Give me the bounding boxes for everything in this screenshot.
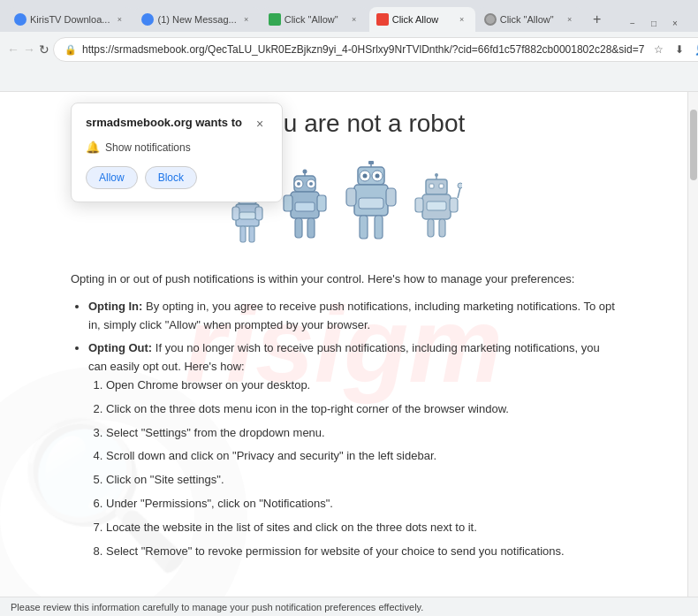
svg-rect-10 [239, 212, 255, 219]
bullet-2-text: If you no longer wish to receive push no… [88, 341, 600, 373]
profile-icon[interactable]: 👤 [692, 41, 698, 58]
robot-2 [278, 169, 331, 253]
popup-buttons: Allow Block [86, 166, 268, 189]
popup-permission-text: Show notifications [105, 141, 191, 154]
close-button[interactable]: × [666, 14, 684, 32]
tab-5-close[interactable]: × [564, 13, 576, 26]
bullet-1-text: By opting in, you agree to receive push … [88, 300, 615, 331]
tab-5[interactable]: Click "Allow" × [477, 7, 583, 32]
maximize-button[interactable]: □ [645, 14, 663, 32]
svg-rect-47 [427, 202, 446, 210]
svg-rect-41 [428, 219, 434, 237]
tab-4-close[interactable]: × [456, 13, 468, 26]
forward-button[interactable]: → [23, 38, 35, 61]
bullet-list: Opting In: By opting in, you agree to re… [88, 298, 617, 561]
bullet-2: Opting Out: If you no longer wish to rec… [88, 339, 617, 560]
notification-popup: srmadsmebook.org wants to × 🔔 Show notif… [71, 103, 283, 202]
tab-3-close[interactable]: × [348, 13, 360, 26]
content-text: Opting in or out of push notifications i… [71, 270, 617, 560]
content-area: 🔍 risigm srmadsmebook.org wants to × 🔔 S… [0, 92, 698, 597]
step-4: Scroll down and click on "Privacy and se… [106, 447, 617, 466]
bullet-1-term: Opting In: [88, 300, 142, 313]
svg-rect-35 [368, 161, 374, 164]
tab-1-close[interactable]: × [113, 13, 125, 26]
status-text: Please review this information carefully… [11, 602, 423, 612]
download-icon[interactable]: ⬇ [671, 41, 688, 58]
tab-4-favicon [376, 13, 389, 26]
svg-line-48 [458, 187, 460, 198]
robot-4 [411, 173, 462, 253]
robot-3 [340, 160, 402, 253]
svg-rect-23 [295, 202, 315, 211]
svg-rect-16 [307, 218, 315, 238]
svg-rect-15 [295, 218, 302, 238]
svg-point-33 [376, 174, 380, 179]
step-3: Select "Settings" from the dropdown menu… [106, 424, 617, 443]
svg-point-22 [303, 170, 307, 174]
svg-rect-29 [375, 216, 383, 239]
svg-rect-5 [249, 226, 254, 242]
svg-rect-3 [255, 207, 262, 220]
step-1: Open Chrome browser on your desktop. [106, 376, 617, 395]
svg-rect-13 [284, 195, 292, 211]
bullet-2-term: Opting Out: [88, 341, 152, 354]
popup-header: srmadsmebook.org wants to × [86, 116, 268, 132]
new-tab-button[interactable]: + [585, 7, 610, 32]
tab-2-label: (1) New Messag... [157, 14, 236, 25]
tab-bar: KirisTV Downloa... × (1) New Messag... ×… [0, 0, 698, 32]
svg-point-19 [297, 182, 300, 186]
svg-rect-39 [415, 198, 423, 212]
block-button[interactable]: Block [145, 166, 197, 189]
address-input[interactable]: 🔒 https://srmadsmebook.org/QecTaLU_UkR0E… [53, 37, 698, 62]
tab-1[interactable]: KirisTV Downloa... × [7, 7, 133, 32]
tab-2[interactable]: (1) New Messag... × [134, 7, 259, 32]
bookmarks-bar [0, 67, 698, 92]
svg-rect-4 [240, 226, 246, 242]
svg-rect-42 [439, 219, 445, 237]
tab-5-favicon [484, 13, 497, 26]
tab-1-label: KirisTV Downloa... [30, 14, 110, 25]
svg-rect-27 [386, 188, 396, 206]
svg-point-20 [309, 182, 313, 186]
tab-4[interactable]: Click Allow × [369, 7, 475, 32]
popup-close-button[interactable]: × [252, 116, 268, 132]
window-controls: − □ × [617, 14, 691, 32]
svg-rect-43 [429, 184, 434, 188]
step-2: Click on the three dots menu icon in the… [106, 400, 617, 419]
step-8: Select "Remove" to revoke permission for… [106, 543, 617, 561]
svg-point-46 [435, 173, 438, 177]
step-7: Locate the website in the list of sites … [106, 519, 617, 537]
status-bar: Please review this information carefully… [0, 597, 698, 616]
svg-point-49 [458, 183, 462, 188]
popup-title: srmadsmebook.org wants to [86, 116, 242, 129]
page-content: 🔍 risigm srmadsmebook.org wants to × 🔔 S… [0, 92, 687, 597]
url-text: https://srmadsmebook.org/QecTaLU_UkR0EzB… [82, 43, 644, 56]
svg-point-32 [363, 174, 368, 179]
minimize-button[interactable]: − [624, 14, 641, 32]
intro-paragraph: Opting in or out of push notifications i… [71, 270, 617, 289]
tab-3-label: Click "Allow" [285, 14, 338, 25]
steps-list: Open Chrome browser on your desktop. Cli… [106, 376, 617, 560]
tab-3-favicon [269, 13, 281, 26]
address-bar-row: ← → ↻ 🔒 https://srmadsmebook.org/QecTaLU… [0, 32, 698, 67]
svg-rect-40 [450, 198, 458, 212]
svg-rect-14 [317, 195, 326, 211]
star-icon[interactable]: ☆ [649, 41, 667, 58]
tab-4-label: Click Allow [392, 14, 439, 25]
lock-icon: 🔒 [64, 44, 77, 56]
tab-2-close[interactable]: × [240, 13, 253, 26]
scrollbar-thumb[interactable] [690, 110, 697, 180]
svg-rect-36 [359, 198, 383, 209]
popup-permission-row: 🔔 Show notifications [86, 141, 268, 154]
step-5: Click on "Site settings". [106, 471, 617, 490]
svg-rect-2 [232, 207, 239, 220]
tab-5-label: Click "Allow" [500, 14, 554, 25]
svg-rect-44 [439, 184, 444, 188]
reload-button[interactable]: ↻ [39, 38, 49, 61]
scrollbar-track[interactable] [687, 92, 698, 597]
back-button[interactable]: ← [7, 38, 19, 61]
tab-3[interactable]: Click "Allow" × [262, 7, 368, 32]
allow-button[interactable]: Allow [86, 166, 138, 189]
svg-rect-26 [346, 188, 356, 206]
bullet-1: Opting In: By opting in, you agree to re… [88, 298, 617, 335]
